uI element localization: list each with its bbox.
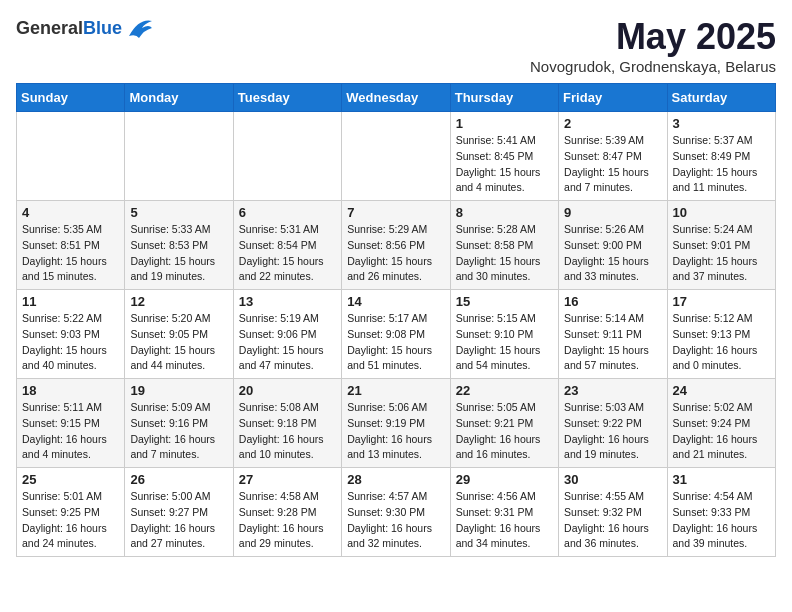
calendar-cell: 29Sunrise: 4:56 AM Sunset: 9:31 PM Dayli…	[450, 468, 558, 557]
day-info: Sunrise: 5:11 AM Sunset: 9:15 PM Dayligh…	[22, 400, 119, 463]
day-info: Sunrise: 5:14 AM Sunset: 9:11 PM Dayligh…	[564, 311, 661, 374]
calendar-cell	[17, 112, 125, 201]
day-info: Sunrise: 5:15 AM Sunset: 9:10 PM Dayligh…	[456, 311, 553, 374]
day-number: 22	[456, 383, 553, 398]
day-number: 1	[456, 116, 553, 131]
day-info: Sunrise: 5:09 AM Sunset: 9:16 PM Dayligh…	[130, 400, 227, 463]
calendar-cell: 12Sunrise: 5:20 AM Sunset: 9:05 PM Dayli…	[125, 290, 233, 379]
calendar-cell: 13Sunrise: 5:19 AM Sunset: 9:06 PM Dayli…	[233, 290, 341, 379]
calendar-cell: 11Sunrise: 5:22 AM Sunset: 9:03 PM Dayli…	[17, 290, 125, 379]
location-subtitle: Novogrudok, Grodnenskaya, Belarus	[530, 58, 776, 75]
day-number: 31	[673, 472, 770, 487]
logo-general: General	[16, 18, 83, 38]
calendar-cell: 18Sunrise: 5:11 AM Sunset: 9:15 PM Dayli…	[17, 379, 125, 468]
week-row-2: 4Sunrise: 5:35 AM Sunset: 8:51 PM Daylig…	[17, 201, 776, 290]
day-number: 12	[130, 294, 227, 309]
day-number: 17	[673, 294, 770, 309]
calendar-cell	[125, 112, 233, 201]
weekday-header-sunday: Sunday	[17, 84, 125, 112]
day-number: 20	[239, 383, 336, 398]
day-info: Sunrise: 4:58 AM Sunset: 9:28 PM Dayligh…	[239, 489, 336, 552]
day-number: 5	[130, 205, 227, 220]
day-info: Sunrise: 5:08 AM Sunset: 9:18 PM Dayligh…	[239, 400, 336, 463]
week-row-4: 18Sunrise: 5:11 AM Sunset: 9:15 PM Dayli…	[17, 379, 776, 468]
page-header: GeneralBlue May 2025 Novogrudok, Grodnen…	[16, 16, 776, 75]
day-info: Sunrise: 5:26 AM Sunset: 9:00 PM Dayligh…	[564, 222, 661, 285]
calendar-cell: 1Sunrise: 5:41 AM Sunset: 8:45 PM Daylig…	[450, 112, 558, 201]
logo-bird-icon	[124, 16, 154, 41]
day-number: 30	[564, 472, 661, 487]
calendar-cell: 3Sunrise: 5:37 AM Sunset: 8:49 PM Daylig…	[667, 112, 775, 201]
day-number: 13	[239, 294, 336, 309]
day-info: Sunrise: 5:37 AM Sunset: 8:49 PM Dayligh…	[673, 133, 770, 196]
weekday-header-monday: Monday	[125, 84, 233, 112]
calendar-cell: 28Sunrise: 4:57 AM Sunset: 9:30 PM Dayli…	[342, 468, 450, 557]
day-number: 14	[347, 294, 444, 309]
calendar-cell: 27Sunrise: 4:58 AM Sunset: 9:28 PM Dayli…	[233, 468, 341, 557]
calendar-cell: 9Sunrise: 5:26 AM Sunset: 9:00 PM Daylig…	[559, 201, 667, 290]
day-number: 3	[673, 116, 770, 131]
week-row-5: 25Sunrise: 5:01 AM Sunset: 9:25 PM Dayli…	[17, 468, 776, 557]
day-number: 29	[456, 472, 553, 487]
logo: GeneralBlue	[16, 16, 154, 41]
calendar-cell: 24Sunrise: 5:02 AM Sunset: 9:24 PM Dayli…	[667, 379, 775, 468]
day-number: 8	[456, 205, 553, 220]
day-number: 15	[456, 294, 553, 309]
title-block: May 2025 Novogrudok, Grodnenskaya, Belar…	[530, 16, 776, 75]
day-number: 21	[347, 383, 444, 398]
day-info: Sunrise: 5:17 AM Sunset: 9:08 PM Dayligh…	[347, 311, 444, 374]
logo-text: GeneralBlue	[16, 18, 122, 39]
calendar-cell: 14Sunrise: 5:17 AM Sunset: 9:08 PM Dayli…	[342, 290, 450, 379]
day-info: Sunrise: 4:56 AM Sunset: 9:31 PM Dayligh…	[456, 489, 553, 552]
day-info: Sunrise: 5:12 AM Sunset: 9:13 PM Dayligh…	[673, 311, 770, 374]
day-info: Sunrise: 5:41 AM Sunset: 8:45 PM Dayligh…	[456, 133, 553, 196]
calendar-cell: 17Sunrise: 5:12 AM Sunset: 9:13 PM Dayli…	[667, 290, 775, 379]
day-number: 18	[22, 383, 119, 398]
day-number: 10	[673, 205, 770, 220]
calendar-cell	[233, 112, 341, 201]
day-info: Sunrise: 5:22 AM Sunset: 9:03 PM Dayligh…	[22, 311, 119, 374]
calendar-cell: 6Sunrise: 5:31 AM Sunset: 8:54 PM Daylig…	[233, 201, 341, 290]
calendar-cell: 22Sunrise: 5:05 AM Sunset: 9:21 PM Dayli…	[450, 379, 558, 468]
weekday-header-friday: Friday	[559, 84, 667, 112]
day-info: Sunrise: 5:00 AM Sunset: 9:27 PM Dayligh…	[130, 489, 227, 552]
weekday-header-saturday: Saturday	[667, 84, 775, 112]
day-number: 4	[22, 205, 119, 220]
calendar-cell: 5Sunrise: 5:33 AM Sunset: 8:53 PM Daylig…	[125, 201, 233, 290]
day-info: Sunrise: 4:55 AM Sunset: 9:32 PM Dayligh…	[564, 489, 661, 552]
day-info: Sunrise: 5:20 AM Sunset: 9:05 PM Dayligh…	[130, 311, 227, 374]
calendar-cell: 4Sunrise: 5:35 AM Sunset: 8:51 PM Daylig…	[17, 201, 125, 290]
calendar-cell: 23Sunrise: 5:03 AM Sunset: 9:22 PM Dayli…	[559, 379, 667, 468]
calendar-cell: 8Sunrise: 5:28 AM Sunset: 8:58 PM Daylig…	[450, 201, 558, 290]
day-number: 11	[22, 294, 119, 309]
day-info: Sunrise: 5:05 AM Sunset: 9:21 PM Dayligh…	[456, 400, 553, 463]
calendar-cell: 30Sunrise: 4:55 AM Sunset: 9:32 PM Dayli…	[559, 468, 667, 557]
day-info: Sunrise: 5:33 AM Sunset: 8:53 PM Dayligh…	[130, 222, 227, 285]
day-info: Sunrise: 5:24 AM Sunset: 9:01 PM Dayligh…	[673, 222, 770, 285]
day-info: Sunrise: 4:57 AM Sunset: 9:30 PM Dayligh…	[347, 489, 444, 552]
day-info: Sunrise: 5:35 AM Sunset: 8:51 PM Dayligh…	[22, 222, 119, 285]
day-info: Sunrise: 5:29 AM Sunset: 8:56 PM Dayligh…	[347, 222, 444, 285]
day-number: 27	[239, 472, 336, 487]
calendar-cell: 21Sunrise: 5:06 AM Sunset: 9:19 PM Dayli…	[342, 379, 450, 468]
day-number: 28	[347, 472, 444, 487]
day-info: Sunrise: 5:31 AM Sunset: 8:54 PM Dayligh…	[239, 222, 336, 285]
day-info: Sunrise: 5:19 AM Sunset: 9:06 PM Dayligh…	[239, 311, 336, 374]
day-info: Sunrise: 5:03 AM Sunset: 9:22 PM Dayligh…	[564, 400, 661, 463]
day-number: 26	[130, 472, 227, 487]
day-info: Sunrise: 5:39 AM Sunset: 8:47 PM Dayligh…	[564, 133, 661, 196]
month-year-title: May 2025	[530, 16, 776, 58]
calendar-cell: 7Sunrise: 5:29 AM Sunset: 8:56 PM Daylig…	[342, 201, 450, 290]
calendar-cell	[342, 112, 450, 201]
calendar-cell: 25Sunrise: 5:01 AM Sunset: 9:25 PM Dayli…	[17, 468, 125, 557]
day-info: Sunrise: 4:54 AM Sunset: 9:33 PM Dayligh…	[673, 489, 770, 552]
calendar-table: SundayMondayTuesdayWednesdayThursdayFrid…	[16, 83, 776, 557]
day-number: 19	[130, 383, 227, 398]
calendar-cell: 20Sunrise: 5:08 AM Sunset: 9:18 PM Dayli…	[233, 379, 341, 468]
day-number: 16	[564, 294, 661, 309]
day-number: 25	[22, 472, 119, 487]
day-number: 9	[564, 205, 661, 220]
weekday-header-row: SundayMondayTuesdayWednesdayThursdayFrid…	[17, 84, 776, 112]
weekday-header-thursday: Thursday	[450, 84, 558, 112]
day-number: 24	[673, 383, 770, 398]
